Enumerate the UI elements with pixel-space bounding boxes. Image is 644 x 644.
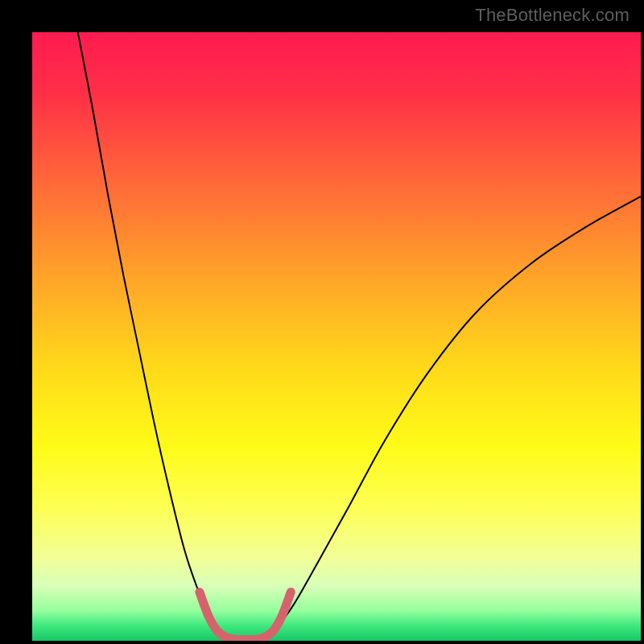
chart-container: TheBottleneck.com — [0, 0, 644, 644]
watermark-label: TheBottleneck.com — [475, 5, 630, 26]
chart-svg — [32, 32, 641, 641]
plot-area — [32, 32, 641, 641]
gradient-background — [32, 32, 641, 641]
